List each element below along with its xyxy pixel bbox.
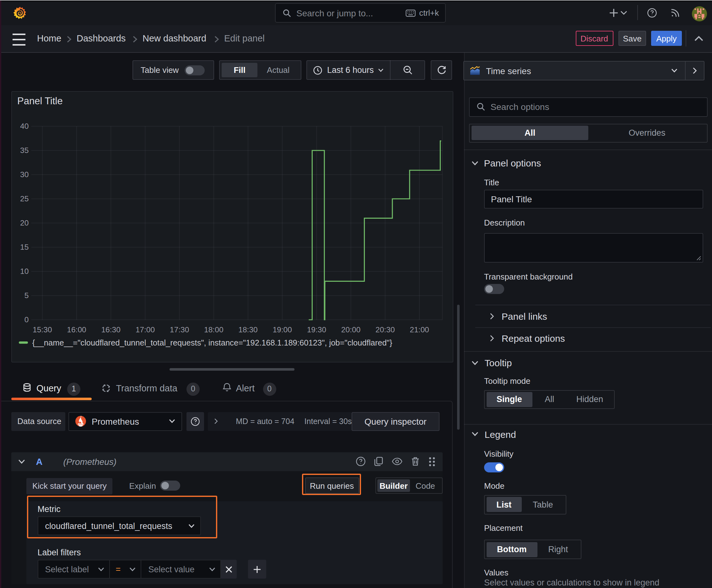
svg-text:16:30: 16:30 bbox=[102, 326, 121, 334]
svg-text:5: 5 bbox=[24, 291, 29, 300]
svg-text:0: 0 bbox=[24, 315, 29, 324]
svg-text:{__name__="cloudflared_tunnel_: {__name__="cloudflared_tunnel_total_requ… bbox=[33, 338, 392, 347]
svg-text:19:00: 19:00 bbox=[273, 326, 292, 334]
svg-text:21:00: 21:00 bbox=[410, 326, 429, 334]
svg-text:16:00: 16:00 bbox=[67, 326, 87, 334]
svg-text:20:00: 20:00 bbox=[341, 326, 361, 334]
svg-text:30: 30 bbox=[20, 170, 29, 179]
svg-text:25: 25 bbox=[20, 194, 29, 203]
svg-text:17:00: 17:00 bbox=[136, 326, 155, 334]
svg-text:19:30: 19:30 bbox=[307, 326, 326, 334]
svg-text:20: 20 bbox=[20, 218, 29, 227]
svg-text:18:00: 18:00 bbox=[204, 326, 224, 334]
svg-text:15: 15 bbox=[20, 243, 29, 251]
svg-text:20:30: 20:30 bbox=[376, 326, 395, 334]
svg-text:40: 40 bbox=[20, 122, 29, 130]
svg-text:18:30: 18:30 bbox=[239, 326, 258, 334]
svg-text:10: 10 bbox=[20, 267, 29, 275]
svg-text:35: 35 bbox=[20, 146, 29, 154]
svg-text:17:30: 17:30 bbox=[170, 326, 189, 334]
svg-text:15:30: 15:30 bbox=[33, 326, 52, 334]
